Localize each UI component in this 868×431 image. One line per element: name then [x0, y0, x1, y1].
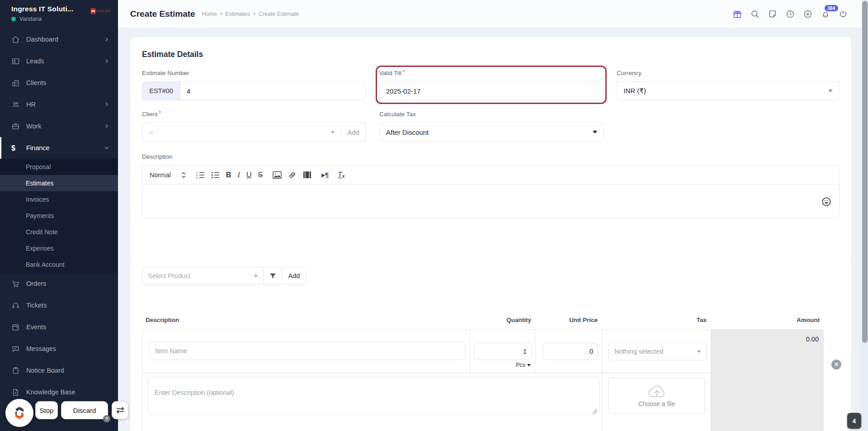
- leads-icon: [11, 57, 20, 66]
- sidebar-subitem-proposal[interactable]: Proposal: [0, 159, 118, 175]
- sidebar-item-messages[interactable]: Messages: [0, 338, 118, 360]
- stop-button[interactable]: Stop: [35, 401, 58, 419]
- sidebar-item-tickets[interactable]: Tickets: [0, 294, 118, 316]
- emoji-icon[interactable]: [821, 196, 832, 207]
- col-tax: Tax: [601, 317, 710, 323]
- item-amount-cell: 0.00: [711, 330, 824, 431]
- clock-icon[interactable]: [785, 9, 795, 19]
- home-icon: [11, 35, 20, 44]
- tax-select[interactable]: Nothing selected: [609, 342, 707, 360]
- brand-logo-text: GRESS: [96, 9, 111, 13]
- sidebar-subitem-bank-account[interactable]: Bank Account: [0, 256, 118, 273]
- unit-price-input[interactable]: [543, 343, 598, 360]
- hr-people-icon: [11, 100, 20, 109]
- brand-logo: INGRESS: [90, 8, 111, 14]
- sidebar-item-events[interactable]: Events: [0, 316, 118, 338]
- scrollbar-track[interactable]: [862, 0, 868, 431]
- clear-format-icon[interactable]: Tx: [338, 171, 344, 179]
- select-product-dropdown[interactable]: Select Product: [142, 268, 263, 284]
- sidebar-item-label: Notice Board: [26, 367, 109, 374]
- help-badge[interactable]: ?: [103, 415, 110, 422]
- add-product-button[interactable]: Add: [282, 268, 306, 284]
- assistant-logo-icon: [11, 405, 28, 421]
- chevron-down-icon: [593, 131, 597, 133]
- currency-field: Currency INR (₹): [617, 70, 840, 100]
- breadcrumb-home[interactable]: Home: [202, 11, 217, 17]
- sidebar-item-orders[interactable]: Orders: [0, 273, 118, 294]
- sidebar-item-dashboard[interactable]: Dashboard: [0, 28, 118, 50]
- swap-button[interactable]: [112, 401, 128, 419]
- italic-button[interactable]: I: [237, 171, 240, 180]
- search-icon[interactable]: [750, 9, 760, 19]
- finance-dollar-icon: $: [11, 144, 20, 152]
- text-direction-icon[interactable]: ▸¶: [321, 171, 329, 179]
- col-amount: Amount: [710, 317, 823, 323]
- sidebar-subitem-invoices[interactable]: Invoices: [0, 191, 118, 208]
- bold-button[interactable]: B: [226, 171, 231, 179]
- sidebar-subitem-credit-note[interactable]: Credit Note: [0, 224, 118, 240]
- chat-icon: [11, 345, 20, 353]
- item-name-input[interactable]: [149, 342, 465, 360]
- underline-button[interactable]: U: [246, 171, 252, 179]
- unit-select[interactable]: Pcs: [516, 362, 531, 368]
- sidebar-subitem-estimates[interactable]: Estimates: [0, 175, 118, 191]
- power-icon[interactable]: [838, 9, 848, 19]
- valid-till-input[interactable]: [380, 82, 604, 100]
- notification-badge: 384: [825, 5, 838, 12]
- scrollbar-thumb[interactable]: [862, 1, 868, 343]
- ordered-list-icon[interactable]: 123: [196, 171, 205, 179]
- sidebar-item-finance[interactable]: $ Finance: [0, 137, 118, 159]
- notes-icon[interactable]: [768, 9, 778, 19]
- assistant-logo-button[interactable]: [5, 399, 33, 427]
- chevron-right-icon: [104, 59, 109, 63]
- svg-text:3: 3: [196, 176, 198, 179]
- chevron-down-icon: [254, 275, 258, 277]
- estimate-number-group: EST#00: [142, 81, 366, 100]
- currency-select[interactable]: INR (₹): [617, 81, 840, 100]
- sidebar-item-clients[interactable]: Clients: [0, 72, 118, 94]
- client-select[interactable]: --: [142, 128, 341, 136]
- cloud-upload-icon: [647, 384, 667, 398]
- description-editor-body[interactable]: [142, 185, 839, 218]
- overlay-count-badge: 4: [847, 413, 861, 429]
- sidebar-item-leads[interactable]: Leads: [0, 50, 118, 72]
- sidebar-item-hr[interactable]: HR: [0, 94, 118, 115]
- add-client-button[interactable]: Add: [341, 128, 365, 136]
- items-table-header: Description Quantity Unit Price Tax Amou…: [142, 317, 823, 323]
- editor-toolbar: Normal 123 B I U S ▸¶ Tx: [142, 166, 839, 185]
- choose-file-button[interactable]: Choose a file: [609, 378, 705, 414]
- calculate-tax-select[interactable]: After Discount: [379, 123, 604, 142]
- filter-products-button[interactable]: [263, 268, 282, 284]
- sidebar-item-notice-board[interactable]: Notice Board: [0, 360, 118, 381]
- sidebar-item-label: Tickets: [26, 302, 109, 309]
- item-row: Pcs Nothing selected 0.00: [142, 329, 823, 431]
- item-description-textarea[interactable]: [148, 377, 600, 415]
- insert-image-icon[interactable]: [273, 171, 282, 179]
- calculate-tax-field: Calculate Tax After Discount: [379, 111, 604, 142]
- breadcrumb-estimates[interactable]: Estimates: [225, 11, 250, 17]
- format-select[interactable]: Normal: [150, 171, 186, 179]
- remove-item-button[interactable]: ✕: [831, 360, 841, 369]
- item-file-cell: Choose a file: [602, 373, 711, 431]
- gift-icon[interactable]: [732, 9, 742, 19]
- sidebar-subitem-expenses[interactable]: Expenses: [0, 240, 118, 256]
- quantity-input[interactable]: [474, 343, 532, 360]
- bell-icon[interactable]: 384: [821, 9, 830, 19]
- cart-icon: [11, 279, 20, 288]
- sidebar-subitem-payments[interactable]: Payments: [0, 208, 118, 224]
- insert-video-icon[interactable]: [303, 171, 311, 179]
- calculate-tax-value: After Discount: [386, 128, 429, 136]
- chevron-right-icon: [104, 37, 109, 42]
- discard-button[interactable]: Discard: [61, 401, 108, 419]
- resize-grip[interactable]: [593, 409, 597, 414]
- insert-link-icon[interactable]: [288, 171, 297, 179]
- plus-circle-icon[interactable]: [803, 9, 813, 19]
- estimate-number-input[interactable]: [180, 82, 365, 100]
- item-tax-cell: Nothing selected: [602, 330, 711, 373]
- calculate-tax-label: Calculate Tax: [379, 111, 416, 118]
- sidebar-item-work[interactable]: Work: [0, 115, 118, 137]
- strikethrough-button[interactable]: S: [258, 171, 263, 179]
- sidebar-item-label: Messages: [26, 345, 109, 352]
- sidebar: Ingress IT Soluti... Vandana INGRESS Das…: [0, 0, 118, 431]
- bullet-list-icon[interactable]: [211, 171, 220, 179]
